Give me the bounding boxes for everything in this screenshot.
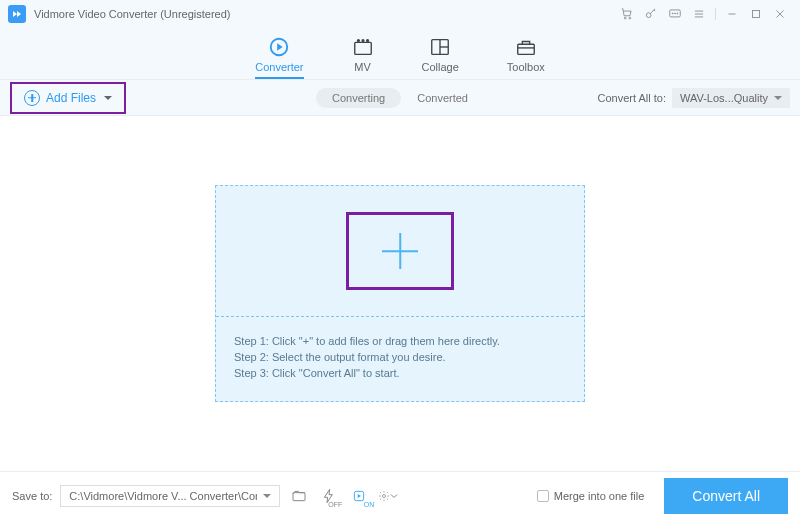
dropzone-top [216,186,584,316]
toolbox-icon [515,36,537,58]
svg-point-16 [357,40,359,42]
subtabs-group: Converting Converted [316,88,484,108]
open-folder-icon[interactable] [288,485,310,507]
svg-point-1 [629,17,631,19]
save-to-label: Save to: [12,490,52,502]
maximize-icon[interactable] [744,2,768,26]
convert-all-to-label: Convert All to: [597,92,665,104]
menu-icon[interactable] [687,2,711,26]
mv-icon [352,36,374,58]
collage-icon [429,36,451,58]
chevron-down-icon [104,96,112,100]
step-3: Step 3: Click "Convert All" to start. [234,367,566,379]
tab-collage[interactable]: Collage [422,34,459,73]
convert-all-to-value: WAV-Los...Quality [680,92,768,104]
svg-point-6 [677,13,678,14]
main-area: Step 1: Click "+" to add files or drag t… [0,116,800,471]
save-path-value: C:\Vidmore\Vidmore V... Converter\Conver… [69,490,257,502]
step-1: Step 1: Click "+" to add files or drag t… [234,335,566,347]
tab-collage-label: Collage [422,61,459,73]
svg-point-4 [672,13,673,14]
svg-point-18 [366,40,368,42]
main-tabs: Converter MV Collage Toolbox [0,28,800,80]
feedback-icon[interactable] [663,2,687,26]
save-path-select[interactable]: C:\Vidmore\Vidmore V... Converter\Conver… [60,485,280,507]
subbar: Add Files Converting Converted Convert A… [0,80,800,116]
step-2: Step 2: Select the output format you des… [234,351,566,363]
minimize-icon[interactable] [720,2,744,26]
tab-toolbox-label: Toolbox [507,61,545,73]
titlebar: Vidmore Video Converter (Unregistered) [0,0,800,28]
close-icon[interactable] [768,2,792,26]
svg-rect-15 [354,42,371,54]
hw-off-badge: OFF [328,501,342,508]
add-files-label: Add Files [46,91,96,105]
dropzone-steps: Step 1: Click "+" to add files or drag t… [216,317,584,401]
hardware-accel-icon[interactable]: OFF [318,485,340,507]
chevron-down-icon [263,494,271,498]
dropzone[interactable]: Step 1: Click "+" to add files or drag t… [215,185,585,402]
svg-point-2 [646,13,651,18]
add-big-plus-highlight [346,212,454,290]
convert-all-to-group: Convert All to: WAV-Los...Quality [597,88,790,108]
merge-checkbox-group[interactable]: Merge into one file [537,490,645,502]
high-speed-icon[interactable]: ON [348,485,370,507]
hs-on-badge: ON [364,501,375,508]
merge-label: Merge into one file [554,490,645,502]
add-files-highlight: Add Files [10,82,126,114]
app-logo [8,5,26,23]
plus-icon[interactable] [382,233,418,269]
subtab-converted[interactable]: Converted [401,88,484,108]
settings-icon[interactable] [378,485,400,507]
subtab-converting[interactable]: Converting [316,88,401,108]
plus-circle-icon [24,90,40,106]
tab-toolbox[interactable]: Toolbox [507,34,545,73]
convert-all-button[interactable]: Convert All [664,478,788,514]
tab-mv-label: MV [354,61,371,73]
app-title: Vidmore Video Converter (Unregistered) [34,8,230,20]
tab-converter[interactable]: Converter [255,34,303,79]
convert-all-to-select[interactable]: WAV-Los...Quality [672,88,790,108]
svg-point-5 [675,13,676,14]
tab-mv[interactable]: MV [352,34,374,73]
svg-point-17 [362,40,364,42]
svg-rect-11 [753,11,760,18]
converter-icon [268,36,290,58]
cart-icon[interactable] [615,2,639,26]
svg-rect-24 [293,492,305,500]
add-files-button[interactable]: Add Files [16,86,120,110]
merge-checkbox[interactable] [537,490,549,502]
footer: Save to: C:\Vidmore\Vidmore V... Convert… [0,471,800,519]
tab-converter-label: Converter [255,61,303,73]
svg-rect-22 [518,44,535,54]
svg-point-26 [383,494,386,497]
svg-point-0 [624,17,626,19]
chevron-down-icon [774,96,782,100]
key-icon[interactable] [639,2,663,26]
